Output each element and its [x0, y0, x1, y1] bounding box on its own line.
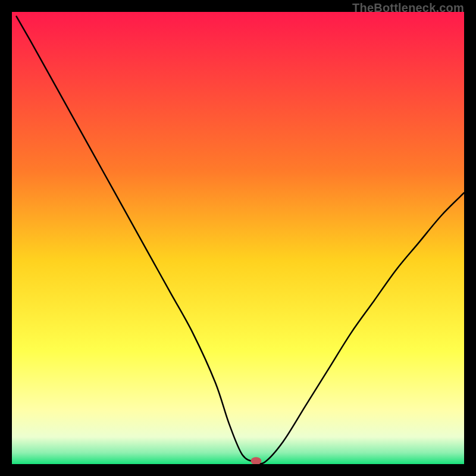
plot-area: [12, 12, 464, 464]
chart-svg: [12, 12, 464, 464]
chart-container: TheBottleneck.com: [0, 0, 476, 476]
gradient-background: [12, 12, 464, 464]
